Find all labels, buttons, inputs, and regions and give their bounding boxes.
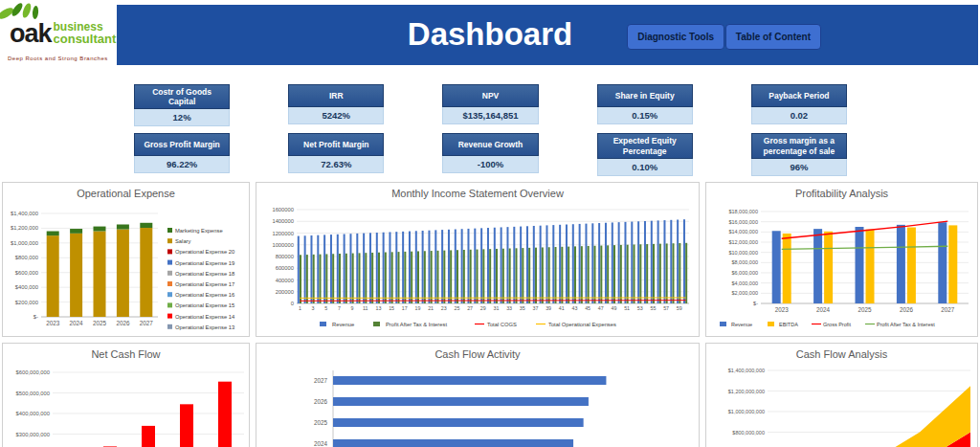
page-title: Dashboard [408, 16, 572, 53]
svg-text:27: 27 [467, 305, 473, 311]
kpi-card: Share in Equity0.15% [597, 84, 693, 126]
svg-text:11: 11 [363, 305, 368, 311]
svg-text:Total Operational Expenses: Total Operational Expenses [548, 322, 616, 327]
svg-text:$1,400,000,000: $1,400,000,000 [728, 368, 765, 373]
net-cash-flow-chart: $-$100,000,000$200,000,000$300,000,000$4… [3, 365, 249, 447]
chart-title: Monthly Income Statement Overview [256, 183, 699, 204]
kpi-value: 96% [751, 159, 847, 176]
svg-text:$800,000: $800,000 [15, 255, 38, 260]
svg-text:2023: 2023 [46, 320, 60, 326]
chart-title: Net Cash Flow [3, 344, 249, 365]
kpi-label: Expected Equity Percentage [597, 133, 693, 158]
logo-tagline: Deep Roots and Strong Branches [8, 56, 108, 61]
svg-text:$1,000,000,000: $1,000,000,000 [728, 409, 765, 414]
svg-text:Operational Expense 14: Operational Expense 14 [175, 314, 235, 320]
kpi-label: Gross Profit Margin [134, 133, 230, 156]
operational-expense-chart: $-$200,000$400,000$600,000$800,000$1,000… [3, 204, 249, 336]
svg-text:51: 51 [624, 305, 630, 311]
kpi-grid: Costr of Goods Capital12%IRR5242%NPV$135… [134, 84, 847, 176]
svg-text:$300,000,000: $300,000,000 [16, 432, 50, 437]
chart-title: Profitability Analysis [706, 183, 977, 204]
svg-text:800000: 800000 [276, 254, 294, 259]
kpi-card: Net Profit Margin72.63% [288, 133, 384, 175]
logo: oak business consultant Deep Roots and S… [2, 2, 117, 71]
svg-text:23: 23 [441, 305, 447, 311]
cash-flow-activity-panel: Cash Flow Activity 20272026202520242023 [256, 343, 700, 447]
kpi-value: 0.15% [597, 107, 693, 124]
svg-text:33: 33 [506, 305, 512, 311]
svg-text:$600,000,000: $600,000,000 [16, 369, 50, 375]
svg-text:9: 9 [351, 305, 354, 311]
dashboard-page: oak business consultant Deep Roots and S… [0, 0, 980, 447]
svg-text:2025: 2025 [858, 306, 872, 313]
svg-text:2027: 2027 [941, 306, 955, 313]
svg-text:200000: 200000 [276, 289, 294, 295]
svg-text:39: 39 [546, 305, 551, 311]
svg-text:$1,200,000,000: $1,200,000,000 [728, 389, 765, 394]
kpi-card: IRR5242% [288, 84, 384, 126]
svg-text:$14,000,000: $14,000,000 [728, 229, 758, 235]
svg-text:400000: 400000 [276, 278, 294, 283]
svg-text:$8,000,000: $8,000,000 [731, 259, 758, 265]
kpi-value: 5242% [288, 107, 384, 124]
kpi-label: Net Profit Margin [288, 133, 384, 156]
svg-text:2026: 2026 [116, 320, 130, 326]
svg-text:2027: 2027 [314, 377, 328, 384]
svg-text:0: 0 [291, 301, 294, 306]
svg-text:2025: 2025 [314, 419, 328, 426]
svg-text:$800,000,000: $800,000,000 [732, 430, 765, 436]
svg-text:5: 5 [324, 305, 327, 311]
svg-text:53: 53 [637, 305, 643, 311]
profitability-chart: $-$2,000,000$4,000,000$6,000,000$8,000,0… [706, 204, 977, 336]
svg-text:41: 41 [559, 305, 565, 311]
kpi-label: Payback Period [751, 84, 847, 107]
kpi-label: Revenue Growth [442, 133, 538, 156]
table-of-content-button[interactable]: Table of Content [725, 24, 821, 50]
svg-text:$12,000,000: $12,000,000 [728, 239, 758, 245]
monthly-income-chart: 0200000400000600000800000100000012000001… [256, 204, 699, 336]
svg-text:57: 57 [663, 305, 669, 311]
svg-text:Gross Profit: Gross Profit [823, 322, 852, 327]
svg-text:Profit After Tax & Interest: Profit After Tax & Interest [386, 322, 447, 327]
svg-text:19: 19 [414, 305, 420, 311]
svg-text:$500,000,000: $500,000,000 [16, 391, 50, 396]
monthly-income-panel: Monthly Income Statement Overview 020000… [256, 182, 700, 337]
kpi-card: Gross margin as a percentage of sale96% [751, 133, 847, 175]
svg-text:2026: 2026 [314, 398, 328, 405]
svg-text:$16,000,000: $16,000,000 [728, 219, 758, 225]
charts-grid: Operational Expense $-$200,000$400,000$6… [2, 182, 978, 447]
svg-text:$-: $- [33, 314, 38, 320]
svg-text:Operational Expense 20: Operational Expense 20 [175, 249, 234, 255]
kpi-card: Costr of Goods Capital12% [134, 84, 230, 126]
profitability-panel: Profitability Analysis $-$2,000,000$4,00… [705, 182, 978, 337]
svg-text:1000000: 1000000 [272, 242, 294, 248]
svg-text:2024: 2024 [70, 320, 84, 326]
svg-text:Operational Expense 16: Operational Expense 16 [175, 292, 234, 298]
svg-text:Total COGS: Total COGS [487, 322, 517, 327]
svg-text:Operational Expense 13: Operational Expense 13 [175, 324, 234, 330]
kpi-value: $135,164,851 [442, 107, 538, 124]
cash-flow-analysis-chart: $-$200,000,000$400,000,000$600,000,000$8… [706, 365, 977, 447]
svg-text:$10,000,000: $10,000,000 [728, 250, 758, 256]
svg-text:Operational Expense 18: Operational Expense 18 [175, 271, 234, 277]
kpi-value: 12% [134, 109, 230, 126]
svg-text:600000: 600000 [276, 265, 294, 271]
svg-text:17: 17 [402, 305, 408, 311]
svg-text:31: 31 [493, 305, 499, 311]
net-cash-flow-panel: Net Cash Flow $-$100,000,000$200,000,000… [2, 343, 250, 447]
header: oak business consultant Deep Roots and S… [0, 0, 980, 77]
svg-text:$600,000: $600,000 [15, 270, 38, 276]
kpi-label: IRR [288, 84, 384, 107]
svg-text:$200,000: $200,000 [15, 300, 38, 305]
svg-text:43: 43 [571, 305, 577, 311]
svg-text:$1,200,000: $1,200,000 [11, 225, 38, 231]
logo-text: oak business consultant [10, 21, 116, 45]
svg-text:2024: 2024 [816, 306, 831, 313]
title-bar: Dashboard Diagnostic Tools Table of Cont… [117, 5, 978, 65]
svg-text:$4,000,000: $4,000,000 [731, 280, 758, 286]
diagnostic-tools-button[interactable]: Diagnostic Tools [627, 24, 724, 50]
cash-flow-analysis-panel: Cash Flow Analysis $-$200,000,000$400,00… [705, 343, 978, 447]
svg-text:$1,400,000: $1,400,000 [11, 211, 38, 216]
svg-text:45: 45 [585, 305, 590, 311]
svg-text:$2,000,000: $2,000,000 [731, 290, 758, 296]
